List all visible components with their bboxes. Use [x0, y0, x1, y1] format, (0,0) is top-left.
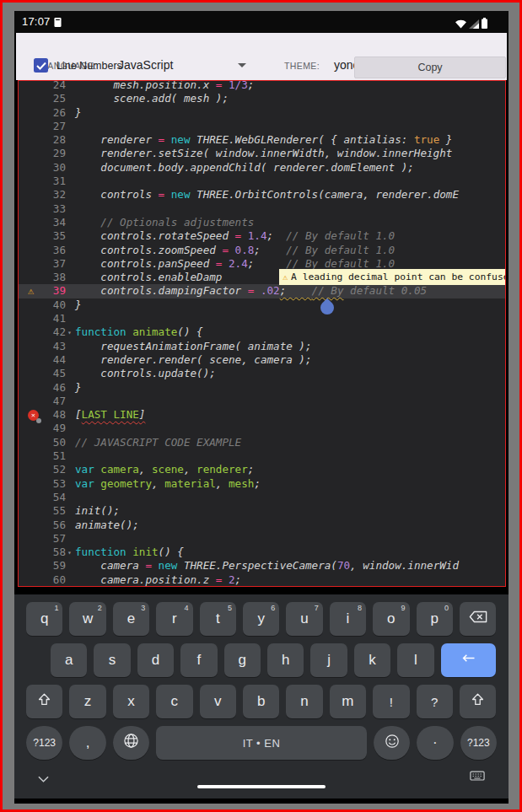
- key-x[interactable]: x: [113, 685, 149, 718]
- line-number: 58: [19, 546, 66, 559]
- key-label: i: [347, 610, 350, 627]
- key-label: ?123: [467, 737, 490, 749]
- emoji-key[interactable]: [374, 726, 410, 760]
- code-line[interactable]: 25 scene.add( mesh );: [19, 92, 505, 105]
- code-line[interactable]: 45 controls.update();: [19, 367, 505, 380]
- key-?123[interactable]: ?123: [26, 726, 62, 760]
- key-w[interactable]: w2: [69, 602, 105, 636]
- code-line[interactable]: ✕48[LAST LINE]: [19, 408, 505, 422]
- code-line[interactable]: 54: [19, 491, 505, 504]
- key-![interactable]: !: [373, 685, 409, 718]
- code-line[interactable]: 59 camera = new THREE.PerspectiveCamera(…: [19, 559, 505, 573]
- code-line[interactable]: 29 renderer.setSize( window.innerWidth, …: [19, 147, 505, 160]
- code-line[interactable]: 34 // Optionals adjustments: [19, 216, 505, 229]
- shift-icon: [471, 692, 485, 711]
- warning-icon: ⚠: [283, 272, 288, 282]
- key-b[interactable]: b: [243, 685, 279, 718]
- key-t[interactable]: t5: [200, 602, 236, 636]
- key-g[interactable]: g: [224, 643, 261, 677]
- key-?[interactable]: ?: [417, 685, 453, 718]
- code-line[interactable]: 32 controls = new THREE.OrbitControls(ca…: [19, 188, 505, 202]
- key-l[interactable]: l: [397, 643, 433, 677]
- code-line[interactable]: 27: [19, 120, 505, 133]
- key-h[interactable]: h: [267, 643, 304, 677]
- shift-key[interactable]: [26, 685, 62, 718]
- code-line[interactable]: 56animate();: [19, 519, 505, 532]
- chevron-down-icon[interactable]: [238, 63, 246, 67]
- globe-key[interactable]: [113, 726, 149, 760]
- line-number: 46: [19, 381, 66, 395]
- code-line[interactable]: 40}: [19, 298, 505, 312]
- line-numbers-checkbox[interactable]: [34, 58, 48, 73]
- line-number: 51: [19, 449, 66, 463]
- key-s[interactable]: s: [94, 643, 130, 677]
- enter-key[interactable]: [441, 643, 496, 677]
- key-y[interactable]: y6: [243, 602, 279, 636]
- key-d[interactable]: d: [137, 643, 174, 677]
- key-v[interactable]: v: [200, 685, 236, 718]
- code-line[interactable]: 41: [19, 312, 505, 325]
- code-line[interactable]: 30 document.body.appendChild( renderer.d…: [19, 161, 505, 175]
- code-line[interactable]: 28 renderer = new THREE.WebGLRenderer( {…: [19, 133, 505, 147]
- language-select[interactable]: JavaScript: [118, 58, 173, 72]
- code-line[interactable]: 42▾function animate() {: [19, 325, 505, 339]
- code-line[interactable]: 44 renderer.render( scene, camera );: [19, 353, 505, 367]
- line-number: 33: [19, 202, 66, 216]
- code-line[interactable]: 36 controls.zoomSpeed = 0.8; // By defau…: [19, 244, 505, 257]
- code-line[interactable]: 52var camera, scene, renderer;: [19, 463, 505, 476]
- key-o[interactable]: o9: [373, 602, 409, 636]
- chevron-down-icon[interactable]: [38, 771, 49, 786]
- key-sup-label: 8: [358, 604, 362, 612]
- key-sup-label: 0: [444, 604, 449, 612]
- code-editor[interactable]: 24 mesh.position.x = 1/3;25 scene.add( m…: [18, 80, 506, 587]
- key-·[interactable]: ·: [417, 726, 453, 760]
- code-line[interactable]: 55init();: [19, 504, 505, 518]
- code-text: }: [75, 381, 82, 395]
- code-line[interactable]: 58▾function init() {: [19, 546, 505, 559]
- code-line[interactable]: 57: [19, 532, 505, 546]
- gesture-nav-handle[interactable]: [197, 785, 326, 788]
- code-line[interactable]: 24 mesh.position.x = 1/3;: [19, 80, 505, 92]
- key-u[interactable]: u7: [286, 602, 322, 636]
- code-line[interactable]: 47: [19, 395, 505, 408]
- key-c[interactable]: c: [156, 685, 192, 718]
- code-line[interactable]: 26}: [19, 106, 505, 120]
- key-z[interactable]: z: [69, 685, 105, 718]
- backspace-key[interactable]: [460, 602, 496, 636]
- key-q[interactable]: q1: [26, 602, 62, 636]
- key-e[interactable]: e3: [113, 602, 149, 636]
- code-line[interactable]: ⚠39 controls.dampingFactor = .02; // By …: [19, 284, 505, 298]
- key-a[interactable]: a: [51, 643, 87, 677]
- code-line[interactable]: 60 camera.position.z = 2;: [19, 573, 505, 587]
- fold-arrow-icon[interactable]: ▾: [67, 326, 72, 340]
- code-line[interactable]: 46}: [19, 381, 505, 395]
- code-line[interactable]: 35 controls.rotateSpeed = 1.4; // By def…: [19, 229, 505, 243]
- code-line[interactable]: 50// JAVASCRIPT CODE EXAMPLE: [19, 436, 505, 449]
- key-k[interactable]: k: [354, 643, 390, 677]
- code-line[interactable]: 31: [19, 175, 505, 188]
- key-label: n: [300, 693, 308, 710]
- fold-arrow-icon[interactable]: ▾: [67, 546, 72, 560]
- shift-key[interactable]: [460, 685, 496, 718]
- code-line[interactable]: 33: [19, 202, 505, 216]
- spacebar-key[interactable]: IT • EN: [156, 726, 367, 760]
- key-r[interactable]: r4: [156, 602, 192, 636]
- code-text: controls.dampingFactor = .02; // By defa…: [75, 284, 427, 298]
- key-j[interactable]: j: [310, 643, 347, 677]
- copy-button[interactable]: Copy: [354, 56, 506, 78]
- code-line[interactable]: 43 requestAnimationFrame( animate );: [19, 340, 505, 353]
- key-,[interactable]: ,: [69, 726, 105, 760]
- line-number: 55: [19, 504, 66, 518]
- line-number: 32: [19, 188, 66, 202]
- key-label: y: [257, 610, 265, 627]
- key-m[interactable]: m: [330, 685, 366, 718]
- key-f[interactable]: f: [180, 643, 217, 677]
- key-i[interactable]: i8: [330, 602, 366, 636]
- keyboard-hide-icon[interactable]: [470, 770, 485, 785]
- code-line[interactable]: 53var geometry, material, mesh;: [19, 477, 505, 491]
- key-n[interactable]: n: [286, 685, 322, 718]
- code-line[interactable]: 51: [19, 449, 505, 463]
- code-line[interactable]: 49: [19, 422, 505, 435]
- key-p[interactable]: p0: [417, 602, 453, 636]
- key-?123[interactable]: ?123: [460, 726, 497, 760]
